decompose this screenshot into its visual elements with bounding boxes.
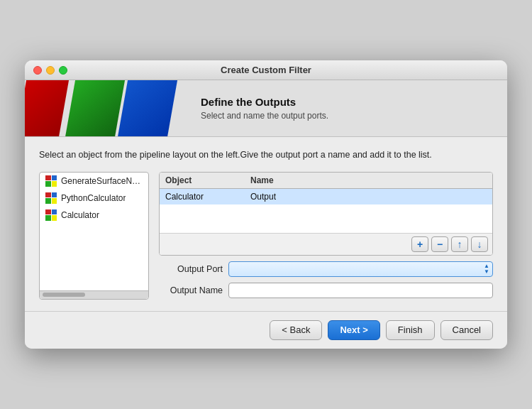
- close-button[interactable]: [33, 66, 42, 75]
- table-empty-row: [160, 204, 492, 233]
- right-panel: Object Name Calculator Output + − ↑ ↓: [159, 172, 493, 300]
- header-banner: Define the Outputs Select and name the o…: [25, 80, 507, 137]
- traffic-lights: [33, 66, 67, 75]
- header-text: Define the Outputs Select and name the o…: [187, 96, 328, 121]
- move-up-button[interactable]: ↑: [451, 236, 468, 252]
- table-actions: + − ↑ ↓: [160, 233, 492, 255]
- back-button[interactable]: < Back: [270, 320, 322, 340]
- finish-button[interactable]: Finish: [386, 320, 435, 340]
- cancel-button[interactable]: Cancel: [440, 320, 493, 340]
- table-row[interactable]: Calculator Output: [160, 189, 492, 204]
- move-down-button[interactable]: ↓: [471, 236, 488, 252]
- list-item[interactable]: GenerateSurfaceN…: [40, 173, 148, 190]
- pipeline-list: GenerateSurfaceN… PythonCalculator: [39, 172, 149, 300]
- select-arrows: ▲ ▼: [484, 263, 489, 275]
- icon-strip-red: [25, 80, 69, 137]
- description-text: Select an object from the pipeline layou…: [39, 148, 493, 162]
- output-name-row: Output Name: [159, 283, 493, 298]
- output-port-label: Output Port: [159, 264, 223, 274]
- table-header: Object Name: [160, 173, 492, 189]
- icon-strip-green: [65, 80, 125, 137]
- col-name-header: Name: [250, 175, 487, 185]
- pipeline-items: GenerateSurfaceN… PythonCalculator: [40, 173, 148, 290]
- icon-strip-blue: [118, 80, 177, 137]
- window-title: Create Custom Filter: [221, 65, 311, 75]
- pipeline-item-label-1: GenerateSurfaceN…: [61, 176, 140, 186]
- pipeline-item-label-3: Calculator: [61, 210, 99, 220]
- output-port-select[interactable]: ▲ ▼: [228, 261, 493, 277]
- footer: < Back Next > Finish Cancel: [25, 311, 507, 349]
- content-area: Select an object from the pipeline layou…: [25, 137, 507, 311]
- scrollbar-thumb: [43, 293, 85, 297]
- pipeline-item-icon-1: [45, 175, 57, 187]
- title-bar: Create Custom Filter: [25, 60, 507, 80]
- header-icons: [25, 80, 172, 137]
- output-table: Object Name Calculator Output + − ↑ ↓: [159, 172, 493, 256]
- next-button[interactable]: Next >: [328, 320, 379, 340]
- add-row-button[interactable]: +: [411, 236, 428, 252]
- pipeline-scrollbar[interactable]: [40, 290, 148, 299]
- output-port-row: Output Port ▲ ▼: [159, 261, 493, 277]
- minimize-button[interactable]: [46, 66, 55, 75]
- main-area: GenerateSurfaceN… PythonCalculator: [39, 172, 493, 300]
- list-item[interactable]: Calculator: [40, 207, 148, 224]
- pipeline-item-icon-3: [45, 209, 57, 221]
- maximize-button[interactable]: [59, 66, 67, 75]
- pipeline-item-icon-2: [45, 192, 57, 204]
- col-object-header: Object: [165, 175, 250, 185]
- main-window: Create Custom Filter Define the Outputs …: [25, 60, 507, 349]
- list-item[interactable]: PythonCalculator: [40, 190, 148, 207]
- output-name-input[interactable]: [228, 283, 493, 298]
- header-title: Define the Outputs: [201, 96, 328, 108]
- output-name-label: Output Name: [159, 285, 223, 295]
- pipeline-item-label-2: PythonCalculator: [61, 193, 126, 203]
- header-subtitle: Select and name the output ports.: [201, 111, 328, 121]
- remove-row-button[interactable]: −: [431, 236, 448, 252]
- table-cell-name: Output: [250, 192, 487, 202]
- arrow-down-icon: ▼: [484, 269, 489, 275]
- table-cell-object: Calculator: [165, 192, 250, 202]
